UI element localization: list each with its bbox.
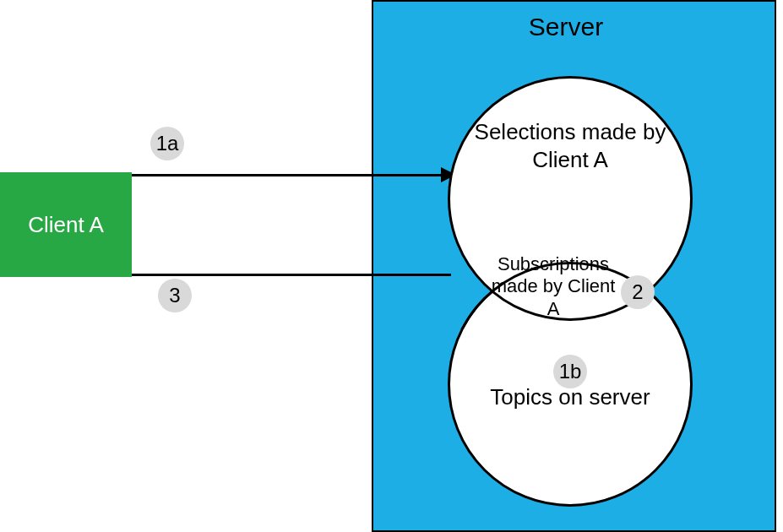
- client-a-label: Client A: [28, 212, 104, 238]
- arrow-client-to-selections: [132, 174, 448, 176]
- client-a-box: Client A: [0, 172, 132, 277]
- badge-1a: 1a: [150, 127, 184, 160]
- diagram-canvas: Server Client A Selections made by Clien…: [0, 0, 783, 532]
- line-client-to-subscriptions: [132, 274, 451, 276]
- badge-1b: 1b: [553, 355, 587, 388]
- badge-2: 2: [621, 275, 655, 309]
- server-title: Server: [481, 13, 650, 41]
- badge-3: 3: [158, 279, 192, 312]
- label-selections: Selections made by Client A: [473, 118, 667, 173]
- label-subscriptions: Subscriptions made by Client A: [490, 253, 617, 320]
